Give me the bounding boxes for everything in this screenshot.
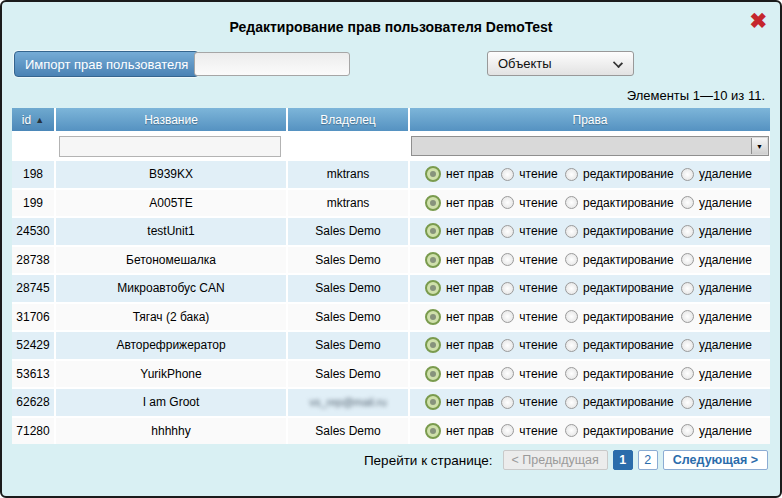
rights-radio-option[interactable]: чтение (501, 338, 557, 352)
radio-icon[interactable] (565, 196, 578, 209)
radio-icon[interactable] (681, 367, 694, 380)
radio-icon[interactable] (565, 424, 578, 437)
import-user-input[interactable] (194, 52, 350, 76)
prev-page-button[interactable]: < Предыдущая (503, 450, 608, 470)
radio-icon[interactable] (501, 424, 514, 437)
radio-icon[interactable] (565, 225, 578, 238)
rights-radio-label: нет прав (446, 253, 494, 267)
radio-selected-icon[interactable] (425, 195, 441, 211)
rights-radio-option[interactable]: чтение (501, 253, 557, 267)
cell-rights: нет правчтениередактированиеудаление (410, 361, 770, 388)
rights-radio-option[interactable]: редактирование (565, 196, 674, 210)
rights-radio-option[interactable]: удаление (681, 281, 752, 295)
rights-radio-option[interactable]: нет прав (425, 252, 494, 268)
radio-icon[interactable] (681, 253, 694, 266)
rights-radio-option[interactable]: редактирование (565, 367, 674, 381)
rights-radio-option[interactable]: нет прав (425, 423, 494, 439)
radio-icon[interactable] (501, 339, 514, 352)
radio-icon[interactable] (681, 225, 694, 238)
radio-icon[interactable] (681, 168, 694, 181)
radio-selected-icon[interactable] (425, 252, 441, 268)
radio-icon[interactable] (501, 310, 514, 323)
rights-radio-option[interactable]: нет прав (425, 394, 494, 410)
rights-radio-option[interactable]: редактирование (565, 424, 674, 438)
rights-radio-option[interactable]: чтение (501, 395, 557, 409)
rights-radio-option[interactable]: редактирование (565, 167, 674, 181)
radio-icon[interactable] (565, 282, 578, 295)
radio-icon[interactable] (501, 168, 514, 181)
page-button-2[interactable]: 2 (638, 450, 658, 470)
rights-radio-option[interactable]: чтение (501, 167, 557, 181)
cell-name: YurikPhone (56, 361, 286, 388)
dropdown-arrow-icon[interactable]: ▼ (751, 138, 767, 154)
rights-radio-option[interactable]: редактирование (565, 253, 674, 267)
radio-icon[interactable] (681, 282, 694, 295)
rights-radio-option[interactable]: нет прав (425, 309, 494, 325)
radio-icon[interactable] (501, 196, 514, 209)
column-header-id-label: id (22, 113, 31, 127)
rights-radio-option[interactable]: удаление (681, 395, 752, 409)
rights-radio-option[interactable]: редактирование (565, 224, 674, 238)
name-filter-input[interactable] (59, 136, 281, 157)
rights-radio-option[interactable]: нет прав (425, 166, 494, 182)
radio-icon[interactable] (681, 196, 694, 209)
rights-radio-option[interactable]: удаление (681, 424, 752, 438)
column-header-owner[interactable]: Владелец (288, 108, 408, 131)
rights-radio-option[interactable]: редактирование (565, 395, 674, 409)
column-header-name[interactable]: Название (56, 108, 286, 131)
next-page-button[interactable]: Следующая > (663, 450, 768, 470)
rights-radio-option[interactable]: редактирование (565, 281, 674, 295)
radio-selected-icon[interactable] (425, 337, 441, 353)
radio-icon[interactable] (501, 225, 514, 238)
rights-radio-option[interactable]: чтение (501, 281, 557, 295)
close-icon[interactable]: ✖ (749, 10, 767, 31)
rights-radio-option[interactable]: нет прав (425, 337, 494, 353)
radio-selected-icon[interactable] (425, 309, 441, 325)
radio-icon[interactable] (565, 367, 578, 380)
radio-icon[interactable] (501, 367, 514, 380)
radio-icon[interactable] (565, 339, 578, 352)
radio-icon[interactable] (565, 168, 578, 181)
radio-selected-icon[interactable] (425, 223, 441, 239)
objects-select[interactable]: Объекты (487, 51, 634, 76)
rights-radio-option[interactable]: нет прав (425, 366, 494, 382)
rights-radio-option[interactable]: удаление (681, 196, 752, 210)
rights-radio-option[interactable]: удаление (681, 338, 752, 352)
radio-icon[interactable] (565, 253, 578, 266)
radio-selected-icon[interactable] (425, 366, 441, 382)
rights-radio-option[interactable]: удаление (681, 310, 752, 324)
radio-icon[interactable] (681, 310, 694, 323)
radio-icon[interactable] (681, 339, 694, 352)
radio-icon[interactable] (681, 424, 694, 437)
column-header-id[interactable]: id ▲ (12, 108, 54, 131)
rights-radio-option[interactable]: удаление (681, 224, 752, 238)
import-rights-button[interactable]: Импорт прав пользователя (14, 51, 199, 77)
rights-radio-option[interactable]: редактирование (565, 310, 674, 324)
rights-radio-option[interactable]: нет прав (425, 195, 494, 211)
column-header-rights[interactable]: Права (410, 108, 770, 131)
radio-icon[interactable] (501, 253, 514, 266)
radio-icon[interactable] (501, 396, 514, 409)
rights-radio-option[interactable]: чтение (501, 196, 557, 210)
radio-icon[interactable] (565, 396, 578, 409)
page-button-1[interactable]: 1 (613, 450, 633, 470)
radio-selected-icon[interactable] (425, 166, 441, 182)
rights-radio-option[interactable]: нет прав (425, 280, 494, 296)
rights-radio-option[interactable]: редактирование (565, 338, 674, 352)
rights-radio-option[interactable]: удаление (681, 167, 752, 181)
radio-selected-icon[interactable] (425, 394, 441, 410)
rights-radio-label: удаление (699, 281, 752, 295)
radio-icon[interactable] (681, 396, 694, 409)
rights-radio-option[interactable]: нет прав (425, 223, 494, 239)
rights-radio-option[interactable]: чтение (501, 367, 557, 381)
rights-radio-option[interactable]: чтение (501, 310, 557, 324)
rights-radio-option[interactable]: удаление (681, 367, 752, 381)
rights-filter-dropdown[interactable]: ▼ (411, 136, 769, 156)
radio-icon[interactable] (501, 282, 514, 295)
rights-radio-option[interactable]: удаление (681, 253, 752, 267)
rights-radio-option[interactable]: чтение (501, 424, 557, 438)
radio-selected-icon[interactable] (425, 423, 441, 439)
radio-selected-icon[interactable] (425, 280, 441, 296)
radio-icon[interactable] (565, 310, 578, 323)
rights-radio-option[interactable]: чтение (501, 224, 557, 238)
